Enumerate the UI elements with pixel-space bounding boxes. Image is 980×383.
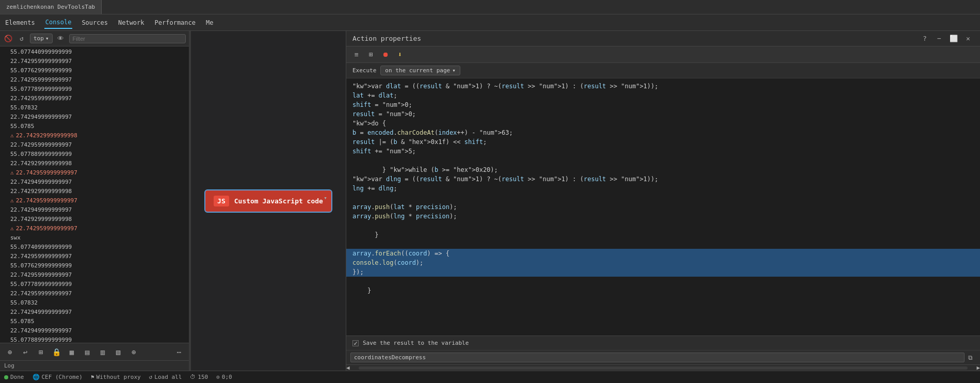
var-input-row: ⧉ [346,350,980,364]
done-icon [4,375,8,379]
reload-icon[interactable]: ↩ [20,346,31,358]
log-bar: Log [0,360,189,371]
status-bar: Done 🌐 CEF (Chrome) ⚑ Without proxy ↺ Lo… [0,371,980,383]
code-line: array.push(lat * precision); [346,202,980,212]
js-node[interactable]: JS Custom JavaScript code ▾ [204,189,332,213]
console-output[interactable]: 55.07744099999999922.74295999999999755.0… [0,46,189,343]
execute-label: Execute [352,67,376,74]
status-cef: 🌐 CEF (Chrome) [33,374,83,380]
tab-label: zemlichenkonan DevToolsTab [6,4,95,10]
tab-bar: zemlichenkonan DevToolsTab [0,0,980,14]
horizontal-scrollbar[interactable]: ◀ ▶ [346,364,980,371]
minimize-icon[interactable]: − [934,33,945,44]
left-panel: 🚫 ↺ top ▾ 👁 55.07744099999999922.7429599… [0,31,191,371]
nav-item-network[interactable]: Network [117,17,146,28]
code-line [346,193,980,202]
execute-dropdown[interactable]: on the current page ▾ [380,66,460,75]
table3-icon[interactable]: ▥ [97,346,108,358]
execute-bar: Execute on the current page ▾ [346,63,980,78]
more-icon[interactable]: ⋯ [173,346,185,358]
scroll-right-icon[interactable]: ▶ [970,364,980,371]
code-line: console.log(coord); [346,258,980,267]
code-line: } "kw">while (b >= "hex">0x20); [346,165,980,174]
code-line: } [346,286,980,295]
console-line: 22.742959999999997 [0,252,189,261]
code-line: shift += "num">5; [346,147,980,156]
action-properties-title: Action properties [352,35,421,42]
record-icon[interactable]: ⏺ [379,49,392,61]
console-line: 55.077409999999999 [0,243,189,252]
grid-view-icon[interactable]: ⊞ [365,49,377,61]
status-done: Done [4,374,24,380]
load-icon: ↺ [149,374,153,380]
ban-icon[interactable]: 🚫 [3,34,13,44]
filter-input[interactable] [69,34,186,43]
save-checkbox[interactable]: ✓ [352,340,359,346]
table4-icon[interactable]: ▧ [113,346,124,358]
add-icon[interactable]: ⊕ [128,346,139,358]
code-editor[interactable]: "kw">var dlat = ((result & "num">1) ? ~(… [346,78,980,336]
console-line: 22.742959999999997 [0,270,189,280]
console-line: 55.077789999999999 [0,280,189,289]
lock-icon[interactable]: 🔒 [51,346,62,358]
status-load: ↺ Load all [149,374,182,380]
timer-icon: ⏱ [190,374,196,380]
top-dropdown[interactable]: top ▾ [30,34,53,43]
console-line: 22.742949999999997 [0,205,189,215]
status-coord: ⊙ 0;0 [216,374,232,380]
nav-item-performance[interactable]: Performance [154,17,197,28]
action-header-icons: ? − ⬜ ✕ [919,33,974,44]
code-line: result |= (b & "hex">0x1f) << shift; [346,137,980,147]
help-icon[interactable]: ? [919,33,930,44]
eye-icon[interactable]: 👁 [56,34,66,44]
console-line: 22.742929999999998 [0,215,189,224]
status-proxy: ⚑ Without proxy [91,374,141,380]
console-line: 22.742929999999998 [0,187,189,196]
log-label: Log [4,362,14,369]
nav-item-elements[interactable]: Elements [4,17,36,28]
tab-item[interactable]: zemlichenkonan DevToolsTab [0,0,102,14]
variable-name-input[interactable] [350,353,965,362]
code-line: shift = "num">0; [346,100,980,109]
code-line: lng += dlng; [346,184,980,193]
copy-icon[interactable]: ⧉ [965,352,976,363]
console-line: 22.742949999999997 [0,113,189,122]
code-line: "kw">do { [346,119,980,128]
scroll-track[interactable] [359,366,968,370]
close-icon[interactable]: ✕ [962,33,974,44]
cef-label: CEF (Chrome) [42,374,83,380]
nav-item-sources[interactable]: Sources [81,17,109,28]
code-line [346,156,980,165]
table-icon[interactable]: ▦ [66,346,77,358]
code-line: lat += dlat; [346,91,980,100]
console-line: 22.742949999999997 [0,326,189,336]
table2-icon[interactable]: ▤ [82,346,93,358]
action-header: Action properties ? − ⬜ ✕ [346,31,980,46]
proxy-icon: ⚑ [91,374,94,380]
download-icon[interactable]: ⬇ [394,49,406,61]
nav-item-more[interactable]: Me [205,17,214,28]
list-view-icon[interactable]: ≡ [350,49,363,61]
scroll-left-icon[interactable]: ◀ [346,364,357,371]
code-line: result = "num">0; [346,109,980,119]
console-line: 22.742959999999997 [0,94,189,103]
maximize-icon[interactable]: ⬜ [948,33,959,44]
console-line: 22.742959999999997 [0,140,189,150]
code-line [346,221,980,230]
grid-icon[interactable]: ⊞ [35,346,46,358]
coord-label: 0;0 [222,374,232,380]
nav-item-console[interactable]: Console [44,17,73,29]
location-icon[interactable]: ⊕ [4,346,15,358]
code-line [346,277,980,286]
console-line: 55.077889999999999 [0,150,189,159]
coord-icon: ⊙ [216,374,220,380]
code-line [346,240,980,249]
code-line: array.push(lng * precision); [346,212,980,221]
js-badge: JS [214,196,229,206]
chevron-down-icon: ▾ [45,35,49,42]
console-line: 22.742959999999997 [0,75,189,85]
console-line: 22.742959999999997 [0,196,189,205]
refresh-icon[interactable]: ↺ [17,34,27,44]
console-line: 22.742929999999998 [0,131,189,140]
console-line: 22.742949999999997 [0,178,189,187]
